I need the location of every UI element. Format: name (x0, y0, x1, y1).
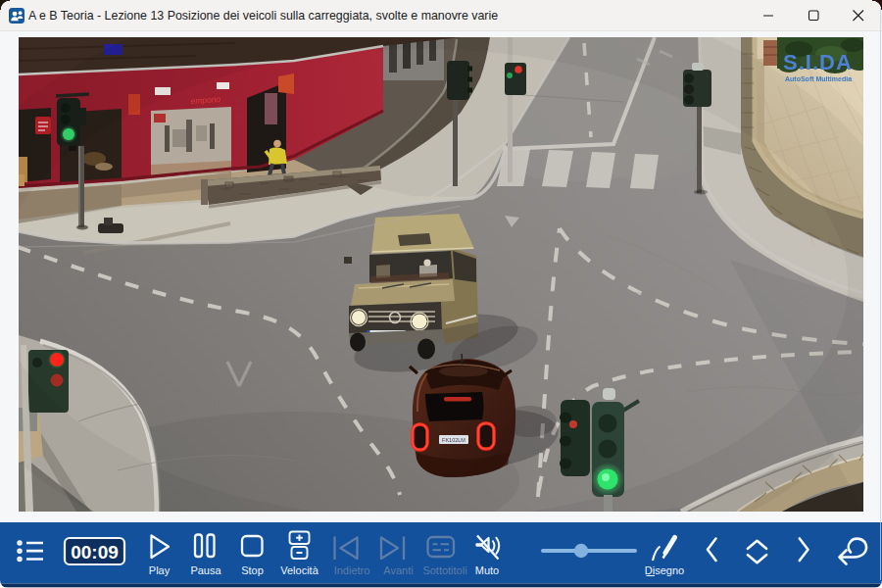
svg-text:FK102LM: FK102LM (442, 437, 466, 443)
svg-text:AutoSoft Multimedia: AutoSoft Multimedia (785, 75, 852, 82)
svg-text:00:09: 00:09 (71, 542, 119, 563)
svg-text:Sottotitoli: Sottotitoli (422, 564, 466, 576)
svg-text:Stop: Stop (241, 564, 264, 576)
svg-text:S.I.DA: S.I.DA (783, 50, 853, 74)
svg-text:Disegno: Disegno (645, 564, 684, 576)
svg-text:Indietro: Indietro (334, 564, 370, 576)
svg-text:Play: Play (149, 564, 171, 576)
svg-text:Velocità: Velocità (280, 564, 318, 576)
svg-text:Avanti: Avanti (383, 564, 413, 576)
svg-text:Muto: Muto (475, 564, 499, 576)
svg-text:Pausa: Pausa (190, 564, 221, 576)
